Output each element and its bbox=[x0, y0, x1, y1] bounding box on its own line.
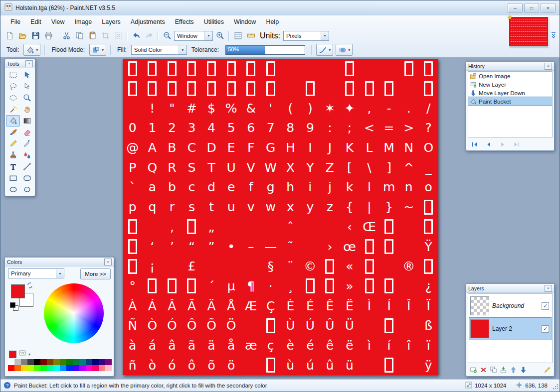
save-button[interactable] bbox=[29, 30, 41, 41]
image-list-chevron-button[interactable] bbox=[550, 30, 558, 40]
swap-colors-icon[interactable] bbox=[26, 282, 33, 291]
tool-lasso-select[interactable] bbox=[6, 81, 20, 92]
minimize-button[interactable]: – bbox=[508, 3, 523, 13]
tool-paint-bucket[interactable] bbox=[6, 115, 20, 127]
close-button[interactable]: × bbox=[541, 3, 556, 13]
menu-item-edit[interactable]: Edit bbox=[25, 15, 46, 28]
palette-swatch[interactable] bbox=[40, 365, 47, 371]
palette-swatch[interactable] bbox=[86, 359, 92, 365]
open-button[interactable] bbox=[16, 30, 28, 41]
palette-swatch[interactable] bbox=[53, 365, 60, 371]
toggle-rulers-button[interactable] bbox=[245, 30, 257, 41]
palette-swatch[interactable] bbox=[92, 365, 99, 371]
tool-gradient[interactable] bbox=[20, 115, 34, 127]
tool-pan[interactable] bbox=[20, 104, 34, 115]
redo-button[interactable] bbox=[143, 30, 155, 41]
menu-item-layers[interactable]: Layers bbox=[97, 15, 126, 28]
palette-swatch[interactable] bbox=[105, 359, 112, 365]
menu-item-window[interactable]: Window bbox=[229, 15, 261, 28]
tolerance-slider[interactable]: 50% bbox=[225, 45, 305, 55]
deselect-button[interactable] bbox=[112, 30, 124, 41]
delete-layer-button[interactable] bbox=[479, 365, 488, 374]
blend-mode-button[interactable]: ▾ bbox=[336, 44, 353, 56]
palette-swatch[interactable] bbox=[99, 365, 105, 371]
palette-swatch[interactable] bbox=[73, 359, 79, 365]
crop-to-selection-button[interactable] bbox=[99, 30, 111, 41]
fill-style-dropdown[interactable]: Solid Color▾ bbox=[131, 45, 187, 55]
palette-swatch[interactable] bbox=[14, 365, 21, 371]
cut-button[interactable] bbox=[60, 30, 72, 41]
tool-ellipse-select[interactable] bbox=[6, 92, 20, 104]
palette-swatch[interactable] bbox=[66, 359, 73, 365]
menu-item-image[interactable]: Image bbox=[70, 15, 97, 28]
palette-swatch[interactable] bbox=[53, 359, 60, 365]
tool-pencil[interactable] bbox=[6, 138, 20, 149]
layer-properties-button[interactable] bbox=[543, 365, 552, 374]
tool-line-curve[interactable] bbox=[20, 161, 34, 172]
antialiasing-button[interactable]: ▾ bbox=[316, 44, 333, 56]
history-item-new-layer[interactable]: New Layer bbox=[468, 80, 552, 89]
history-item-open-image[interactable]: Open Image bbox=[468, 72, 552, 80]
new-button[interactable] bbox=[3, 30, 15, 41]
undo-button[interactable] bbox=[130, 30, 142, 41]
tools-palette-titlebar[interactable]: Tools × bbox=[5, 59, 35, 68]
tool-magic-wand[interactable] bbox=[6, 104, 20, 115]
tool-rounded-rectangle[interactable] bbox=[20, 172, 34, 184]
color-wheel[interactable] bbox=[44, 283, 104, 343]
menu-item-adjustments[interactable]: Adjustments bbox=[126, 15, 170, 28]
close-icon[interactable]: × bbox=[545, 63, 552, 70]
print-button[interactable] bbox=[42, 30, 54, 41]
image-list-thumbnail[interactable]: ★ bbox=[509, 17, 548, 46]
palette-swatch[interactable] bbox=[21, 359, 27, 365]
palette-swatch[interactable] bbox=[73, 365, 79, 371]
palette-swatch[interactable] bbox=[79, 365, 86, 371]
color-mode-dropdown[interactable]: Primary ▾ bbox=[8, 268, 64, 278]
palette-swatch[interactable] bbox=[14, 359, 21, 365]
more-colors-button[interactable]: More >> bbox=[80, 268, 111, 279]
palette-swatch[interactable] bbox=[66, 365, 73, 371]
merge-layer-down-button[interactable] bbox=[499, 365, 508, 374]
palette-swatch[interactable] bbox=[92, 359, 99, 365]
palette-menu-icon[interactable] bbox=[18, 349, 26, 359]
palette-swatch[interactable] bbox=[21, 365, 27, 371]
layer-visibility-checkbox[interactable]: ✓ bbox=[542, 302, 549, 310]
close-icon[interactable]: × bbox=[545, 285, 552, 292]
palette-swatch[interactable] bbox=[8, 365, 14, 371]
resize-grip-icon[interactable] bbox=[552, 383, 559, 391]
active-tool-button[interactable]: ▾ bbox=[23, 44, 40, 56]
canvas[interactable]: !"#$%&'()✶✦,-./0123456789:;<=>?@ABCDEFGH… bbox=[123, 59, 438, 375]
palette-swatch[interactable] bbox=[47, 365, 53, 371]
layer-visibility-checkbox[interactable]: ✓ bbox=[542, 325, 549, 333]
tool-freeform-shape[interactable] bbox=[20, 184, 34, 195]
history-rewind-button[interactable] bbox=[470, 140, 479, 148]
add-layer-button[interactable] bbox=[469, 365, 478, 374]
tool-eraser[interactable] bbox=[20, 127, 34, 138]
palette-swatch[interactable] bbox=[60, 359, 66, 365]
move-layer-up-button[interactable] bbox=[509, 365, 518, 374]
palette-swatch[interactable] bbox=[34, 359, 40, 365]
paste-button[interactable] bbox=[86, 30, 98, 41]
palette-swatch[interactable] bbox=[47, 359, 53, 365]
tool-text[interactable] bbox=[6, 161, 20, 172]
primary-color-swatch[interactable] bbox=[11, 284, 25, 298]
title-bar[interactable]: Holstein.tga (62%) - Paint.NET v3.5.5 –□… bbox=[0, 0, 560, 16]
palette-swatch[interactable] bbox=[99, 359, 105, 365]
tool-rectangle[interactable] bbox=[6, 172, 20, 184]
palette-swatch[interactable] bbox=[34, 365, 40, 371]
tool-ellipse[interactable] bbox=[6, 184, 20, 195]
palette-swatch[interactable] bbox=[79, 359, 86, 365]
colors-palette-titlebar[interactable]: Colors × bbox=[5, 258, 114, 266]
menu-item-file[interactable]: File bbox=[5, 15, 25, 28]
tool-move-selected-pixels[interactable] bbox=[20, 69, 34, 81]
layer-row-layer-2[interactable]: Layer 2✓ bbox=[469, 318, 551, 340]
palette-swatch[interactable] bbox=[27, 365, 34, 371]
default-black-swatch[interactable] bbox=[10, 302, 15, 308]
history-palette-titlebar[interactable]: History × bbox=[466, 62, 554, 71]
close-icon[interactable]: × bbox=[104, 259, 112, 265]
menu-item-utilities[interactable]: Utilities bbox=[199, 15, 229, 28]
history-item-move-layer-down[interactable]: Move Layer Down bbox=[468, 89, 552, 97]
palette-swatch[interactable] bbox=[40, 359, 47, 365]
palette-swatch[interactable] bbox=[60, 365, 66, 371]
history-redo-button[interactable] bbox=[498, 140, 507, 148]
tool-clone-stamp[interactable] bbox=[6, 149, 20, 161]
